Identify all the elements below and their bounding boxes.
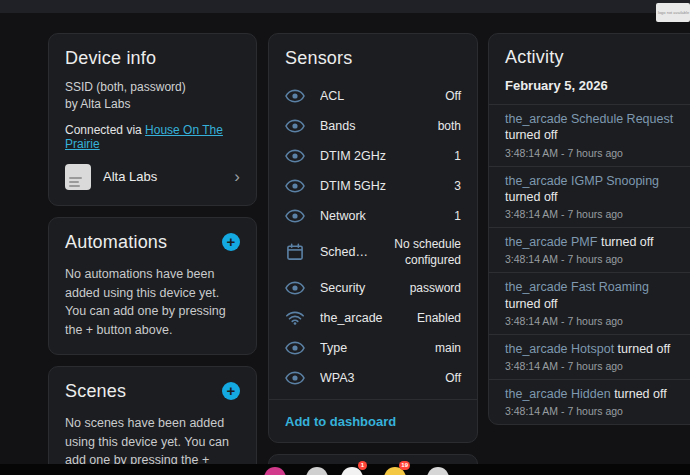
- logbook-timestamp: 3:48:14 AM - 7 hours ago: [505, 315, 683, 327]
- chevron-right-icon: ›: [234, 168, 240, 185]
- sensor-name: Schedule B…: [320, 245, 369, 259]
- eye-icon: [285, 146, 305, 166]
- logbook-action: turned off: [614, 387, 667, 401]
- sensor-name: Security: [320, 281, 410, 295]
- eye-icon: [285, 278, 305, 298]
- sensor-name: the_arcade: [320, 311, 417, 325]
- device-page: logo not available Device info SSID (bot…: [0, 0, 690, 475]
- left-column: Device info SSID (both, password) by Alt…: [48, 33, 257, 475]
- logbook-entry: the_arcade PMF turned off 3:48:14 AM - 7…: [489, 227, 690, 272]
- integration-name: Alta Labs: [103, 169, 222, 184]
- logo-tooltip: logo not available: [656, 3, 690, 22]
- device-info-title: Device info: [65, 48, 240, 69]
- eye-icon: [285, 206, 305, 226]
- sensor-value: No schedule configured: [369, 236, 461, 268]
- sensor-row[interactable]: Type main: [269, 333, 477, 363]
- logbook-list: the_arcade Schedule Request turned off 3…: [489, 104, 690, 424]
- sensor-row[interactable]: Security password: [269, 273, 477, 303]
- logbook-timestamp: 3:48:14 AM - 7 hours ago: [505, 147, 683, 159]
- sensor-row[interactable]: DTIM 2GHz 1: [269, 141, 477, 171]
- scenes-card: Scenes No scenes have been added using t…: [48, 366, 257, 475]
- sensor-row[interactable]: WPA3 Off: [269, 363, 477, 393]
- logbook-action: turned off: [601, 235, 654, 249]
- notification-badge: 1: [358, 461, 367, 470]
- eye-icon: [285, 116, 305, 136]
- eye-icon: [285, 86, 305, 106]
- sensor-name: DTIM 5GHz: [320, 179, 454, 193]
- activity-date: February 5, 2026: [505, 78, 683, 93]
- sensor-row[interactable]: Bands both: [269, 111, 477, 141]
- right-column: Activity February 5, 2026 the_arcade Sch…: [488, 33, 690, 436]
- sensor-name: DTIM 2GHz: [320, 149, 454, 163]
- automations-empty-text: No automations have been added using thi…: [65, 265, 240, 340]
- alta-labs-logo-icon: [65, 164, 91, 190]
- automations-title: Automations: [65, 232, 167, 253]
- logbook-entity-link[interactable]: the_arcade PMF: [505, 235, 597, 249]
- activity-title: Activity: [505, 47, 683, 68]
- logbook-timestamp: 3:48:14 AM - 7 hours ago: [505, 208, 683, 220]
- logbook-entity-link[interactable]: the_arcade IGMP Snooping: [505, 174, 659, 188]
- add-scene-button[interactable]: [222, 382, 240, 400]
- logbook-entry: the_arcade IGMP Snooping turned off 3:48…: [489, 166, 690, 228]
- sensor-value: 1: [454, 148, 461, 164]
- wifi-icon: [285, 308, 305, 328]
- logbook-action: turned off: [505, 128, 558, 142]
- device-info-card: Device info SSID (both, password) by Alt…: [48, 33, 257, 206]
- eye-icon: [285, 338, 305, 358]
- sensor-value: 1: [454, 208, 461, 224]
- sensor-row[interactable]: DTIM 5GHz 3: [269, 171, 477, 201]
- automations-card: Automations No automations have been add…: [48, 217, 257, 355]
- integration-row[interactable]: Alta Labs ›: [65, 164, 240, 190]
- logbook-entity-link[interactable]: the_arcade Schedule Request: [505, 112, 673, 126]
- logbook-action: turned off: [505, 297, 558, 311]
- sensor-name: ACL: [320, 89, 445, 103]
- sensor-row[interactable]: ACL Off: [269, 81, 477, 111]
- logbook-entry: the_arcade Hotspot turned off 3:48:14 AM…: [489, 334, 690, 379]
- eye-icon: [285, 176, 305, 196]
- sensor-name: WPA3: [320, 371, 445, 385]
- logbook-timestamp: 3:48:14 AM - 7 hours ago: [505, 405, 683, 417]
- sensor-row[interactable]: the_arcade Enabled: [269, 303, 477, 333]
- logbook-entity-link[interactable]: the_arcade Hidden: [505, 387, 611, 401]
- sensor-name: Type: [320, 341, 435, 355]
- logbook-entry: the_arcade Hidden turned off 3:48:14 AM …: [489, 379, 690, 424]
- connected-via: Connected via House On The Prairie: [65, 123, 240, 151]
- sensor-row[interactable]: Schedule B… No schedule configured: [269, 231, 477, 273]
- device-manufacturer: by Alta Labs: [65, 96, 240, 113]
- logbook-action: turned off: [505, 190, 558, 204]
- logbook-entry: the_arcade Fast Roaming turned off 3:48:…: [489, 272, 690, 334]
- add-automation-button[interactable]: [222, 233, 240, 251]
- logbook-entity-link[interactable]: the_arcade Fast Roaming: [505, 280, 649, 294]
- logbook-entity-link[interactable]: the_arcade Hotspot: [505, 342, 614, 356]
- sensor-name: Bands: [320, 119, 438, 133]
- logbook-timestamp: 3:48:14 AM - 7 hours ago: [505, 253, 683, 265]
- sensor-value: both: [438, 118, 461, 134]
- sensors-card: Sensors ACL Off Bands both DTIM 2GHz 1 D…: [268, 33, 478, 443]
- sensor-value: Off: [445, 370, 461, 386]
- sensor-value: Off: [445, 88, 461, 104]
- sensor-value: password: [410, 280, 461, 296]
- sensor-list: ACL Off Bands both DTIM 2GHz 1 DTIM 5GHz…: [269, 77, 477, 399]
- logbook-entry: the_arcade Schedule Request turned off 3…: [489, 104, 690, 166]
- sensor-value: 3: [454, 178, 461, 194]
- sensors-footer: Add to dashboard: [269, 399, 477, 442]
- add-to-dashboard-link[interactable]: Add to dashboard: [285, 414, 396, 429]
- sensors-title: Sensors: [285, 48, 352, 69]
- scenes-title: Scenes: [65, 381, 126, 402]
- logbook-action: turned off: [618, 342, 671, 356]
- activity-card: Activity February 5, 2026 the_arcade Sch…: [488, 33, 690, 425]
- logbook-timestamp: 3:48:14 AM - 7 hours ago: [505, 360, 683, 372]
- sensor-value: Enabled: [417, 310, 461, 326]
- connected-via-label: Connected via: [65, 123, 145, 137]
- device-model: SSID (both, password): [65, 79, 240, 96]
- top-bar: [0, 0, 690, 13]
- notification-badge: 19: [399, 461, 410, 470]
- middle-column: Sensors ACL Off Bands both DTIM 2GHz 1 D…: [268, 33, 478, 475]
- sensor-value: main: [435, 340, 461, 356]
- calendar-icon: [285, 242, 305, 262]
- sensor-name: Network: [320, 209, 454, 223]
- eye-icon: [285, 368, 305, 388]
- sensor-row[interactable]: Network 1: [269, 201, 477, 231]
